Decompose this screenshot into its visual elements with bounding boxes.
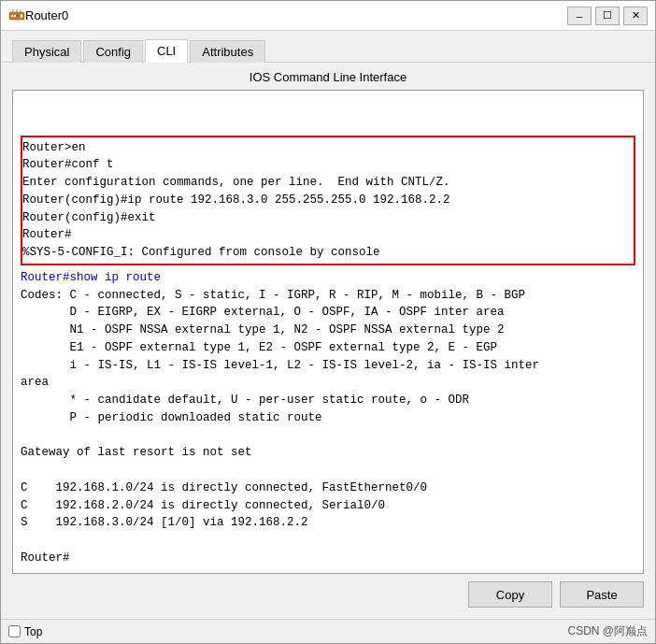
button-row: Copy Paste xyxy=(12,574,644,611)
router-icon xyxy=(8,7,25,24)
status-bar: Top CSDN @阿巅点 xyxy=(1,619,655,643)
cli-section-title: IOS Command Line Interface xyxy=(12,70,644,84)
terminal-container: Router>en Router#conf t Enter configurat… xyxy=(12,90,644,574)
close-button[interactable]: ✕ xyxy=(623,7,648,25)
svg-point-3 xyxy=(17,14,19,16)
terminal-output: Router>en Router#conf t Enter configurat… xyxy=(21,96,635,573)
highlighted-commands: Router>en Router#conf t Enter configurat… xyxy=(21,136,635,265)
tab-cli[interactable]: CLI xyxy=(145,39,188,63)
copy-button[interactable]: Copy xyxy=(468,581,552,608)
paste-button[interactable]: Paste xyxy=(560,581,644,608)
terminal-scroll[interactable]: Router>en Router#conf t Enter configurat… xyxy=(13,91,643,573)
route-output: Codes: C - connected, S - static, I - IG… xyxy=(21,289,539,565)
tab-physical[interactable]: Physical xyxy=(12,40,81,63)
content-area: IOS Command Line Interface Router>en Rou… xyxy=(1,63,655,619)
show-route-command: Router#show ip route xyxy=(21,271,161,284)
watermark: CSDN @阿巅点 xyxy=(567,623,648,639)
tab-bar: Physical Config CLI Attributes xyxy=(1,31,655,63)
svg-point-1 xyxy=(11,14,13,16)
window-title: Router0 xyxy=(25,8,567,22)
top-checkbox-label[interactable]: Top xyxy=(8,625,42,638)
main-window: Router0 – ☐ ✕ Physical Config CLI Attrib… xyxy=(0,0,656,644)
tab-attributes[interactable]: Attributes xyxy=(190,40,265,63)
svg-rect-4 xyxy=(21,14,22,18)
window-controls: – ☐ ✕ xyxy=(567,7,648,25)
minimize-button[interactable]: – xyxy=(567,7,592,25)
tab-config[interactable]: Config xyxy=(83,40,143,63)
svg-point-2 xyxy=(14,14,16,16)
title-bar: Router0 – ☐ ✕ xyxy=(1,1,655,31)
maximize-button[interactable]: ☐ xyxy=(595,7,620,25)
top-checkbox[interactable] xyxy=(8,625,21,637)
